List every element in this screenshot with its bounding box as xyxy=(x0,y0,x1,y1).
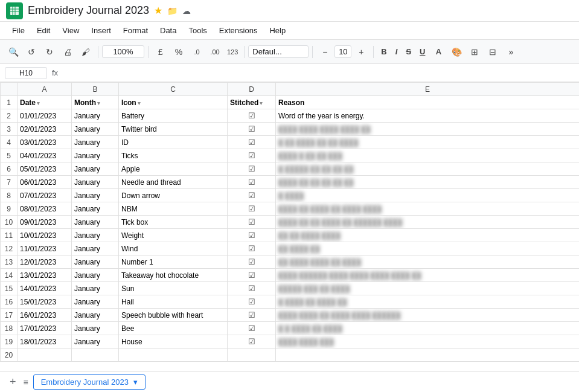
cell-stitched[interactable]: ☑ xyxy=(228,295,276,309)
cell-date[interactable]: 08/01/2023 xyxy=(18,202,72,216)
cell-month[interactable] xyxy=(72,349,119,362)
cell-reason[interactable]: █ ██ ████ ██ ██ ████ xyxy=(276,136,580,149)
cell-stitched[interactable]: ☑ xyxy=(228,162,276,176)
font-selector[interactable]: Defaul... xyxy=(248,45,309,58)
font-size-decrease[interactable]: − xyxy=(316,43,333,60)
col-header-e[interactable]: E xyxy=(276,83,580,96)
cell-stitched[interactable]: ☑ xyxy=(228,322,276,335)
borders-button[interactable]: ⊞ xyxy=(466,43,483,60)
header-icon[interactable]: Icon▾ xyxy=(119,96,228,109)
cell-date[interactable]: 11/01/2023 xyxy=(18,242,72,255)
cell-icon[interactable]: Number 1 xyxy=(119,255,228,269)
cell-date[interactable] xyxy=(18,349,72,362)
cell-reason[interactable]: ████ █ ██ ██ ███ xyxy=(276,149,580,162)
print-button[interactable]: 🖨 xyxy=(59,43,76,60)
cell-reason[interactable]: █ ████ ██ ████ ██ xyxy=(276,295,580,309)
cell-month[interactable]: January xyxy=(72,229,119,242)
cell-stitched[interactable]: ☑ xyxy=(228,242,276,255)
cell-stitched[interactable]: ☑ xyxy=(228,202,276,216)
cell-month[interactable]: January xyxy=(72,309,119,322)
cell-reason[interactable]: ████ ████ ████ ████ ██ xyxy=(276,123,580,136)
cell-icon[interactable]: Bee xyxy=(119,322,228,335)
cell-date[interactable]: 10/01/2023 xyxy=(18,229,72,242)
cell-date[interactable]: 02/01/2023 xyxy=(18,123,72,136)
cell-reason[interactable]: █ █ ████ ██ ████ xyxy=(276,322,580,335)
strikethrough-button[interactable]: S xyxy=(402,46,415,57)
col-header-a[interactable]: A xyxy=(18,83,72,96)
menu-format[interactable]: Format xyxy=(118,24,153,37)
menu-view[interactable]: View xyxy=(57,24,84,37)
cell-icon[interactable]: Speech bubble with heart xyxy=(119,309,228,322)
cell-month[interactable]: January xyxy=(72,269,119,282)
decimal-dec-button[interactable]: .0 xyxy=(188,43,205,60)
cell-reference-box[interactable]: H10 xyxy=(5,67,47,79)
underline-button[interactable]: U xyxy=(416,46,429,57)
font-size-value[interactable]: 10 xyxy=(334,45,351,58)
cell-stitched[interactable]: ☑ xyxy=(228,282,276,295)
cell-month[interactable]: January xyxy=(72,216,119,229)
cell-stitched[interactable]: ☑ xyxy=(228,176,276,189)
cell-stitched[interactable]: ☑ xyxy=(228,189,276,202)
text-color-button[interactable]: A xyxy=(430,43,447,60)
cell-stitched[interactable]: ☑ xyxy=(228,255,276,269)
formula-input[interactable] xyxy=(63,68,574,77)
font-size-increase[interactable]: + xyxy=(353,43,369,60)
cell-stitched[interactable]: ☑ xyxy=(228,309,276,322)
cell-icon[interactable]: ID xyxy=(119,136,228,149)
more-formats-button[interactable]: 123 xyxy=(225,43,240,60)
header-month[interactable]: Month▾ xyxy=(72,96,119,109)
cell-reason[interactable]: ████ ██ ██ ██ ██ ██ xyxy=(276,176,580,189)
menu-edit[interactable]: Edit xyxy=(32,24,55,37)
cell-date[interactable]: 06/01/2023 xyxy=(18,176,72,189)
cell-date[interactable]: 03/01/2023 xyxy=(18,136,72,149)
undo-button[interactable]: ↺ xyxy=(23,43,40,60)
cell-date[interactable]: 05/01/2023 xyxy=(18,162,72,176)
currency-button[interactable]: £ xyxy=(152,43,169,60)
cell-reason[interactable]: █████ ███ ██ ████ xyxy=(276,282,580,295)
sheet-menu-button[interactable]: ≡ xyxy=(24,378,28,387)
cell-reason[interactable]: ██ ████ ██ xyxy=(276,242,580,255)
cell-date[interactable]: 13/01/2023 xyxy=(18,269,72,282)
cell-icon[interactable]: Twitter bird xyxy=(119,123,228,136)
cell-month[interactable]: January xyxy=(72,335,119,349)
col-header-b[interactable]: B xyxy=(72,83,119,96)
cell-icon[interactable]: Wind xyxy=(119,242,228,255)
cell-stitched[interactable]: ☑ xyxy=(228,109,276,123)
zoom-selector[interactable]: 100% xyxy=(102,45,144,58)
add-sheet-button[interactable]: + xyxy=(7,376,19,388)
cell-icon[interactable]: Tick box xyxy=(119,216,228,229)
cell-month[interactable]: January xyxy=(72,136,119,149)
cell-month[interactable]: January xyxy=(72,282,119,295)
highlight-button[interactable]: 🎨 xyxy=(448,43,465,60)
cell-stitched[interactable]: ☑ xyxy=(228,335,276,349)
cell-date[interactable]: 01/01/2023 xyxy=(18,109,72,123)
menu-tools[interactable]: Tools xyxy=(184,24,211,37)
cell-reason[interactable]: █ ████ xyxy=(276,189,580,202)
more-toolbar[interactable]: » xyxy=(502,43,519,60)
cell-icon[interactable]: Down arrow xyxy=(119,189,228,202)
cell-icon[interactable]: Weight xyxy=(119,229,228,242)
menu-file[interactable]: File xyxy=(7,24,30,37)
cell-icon[interactable]: Sun xyxy=(119,282,228,295)
cell-month[interactable]: January xyxy=(72,322,119,335)
cell-icon[interactable]: Battery xyxy=(119,109,228,123)
cell-reason[interactable]: ████ ██ ██ ████ ██ ██████ ████ xyxy=(276,216,580,229)
paint-format-button[interactable]: 🖌 xyxy=(77,43,94,60)
cell-reason[interactable]: ████ ██ ████ ██ ████ ████ xyxy=(276,202,580,216)
decimal-inc-button[interactable]: .00 xyxy=(206,43,223,60)
cell-icon[interactable]: Hail xyxy=(119,295,228,309)
merge-button[interactable]: ⊟ xyxy=(484,43,501,60)
cell-reason[interactable]: ████ ████ ██ ████ ████ ██████ xyxy=(276,309,580,322)
bold-button[interactable]: B xyxy=(377,46,390,57)
header-stitched[interactable]: Stitched▾ xyxy=(228,96,276,109)
cell-reason[interactable]: ████ ██████ ████ ████ ████ ████ ██ xyxy=(276,269,580,282)
cell-month[interactable]: January xyxy=(72,162,119,176)
menu-data[interactable]: Data xyxy=(155,24,181,37)
cell-date[interactable]: 17/01/2023 xyxy=(18,322,72,335)
cell-reason[interactable]: ██ ████ ████ ██ ████ xyxy=(276,255,580,269)
cell-month[interactable]: January xyxy=(72,295,119,309)
cell-date[interactable]: 14/01/2023 xyxy=(18,282,72,295)
cell-reason[interactable]: ████ ████ ███ xyxy=(276,335,580,349)
cell-month[interactable]: January xyxy=(72,242,119,255)
cell-reason[interactable]: Word of the year is energy. xyxy=(276,109,580,123)
